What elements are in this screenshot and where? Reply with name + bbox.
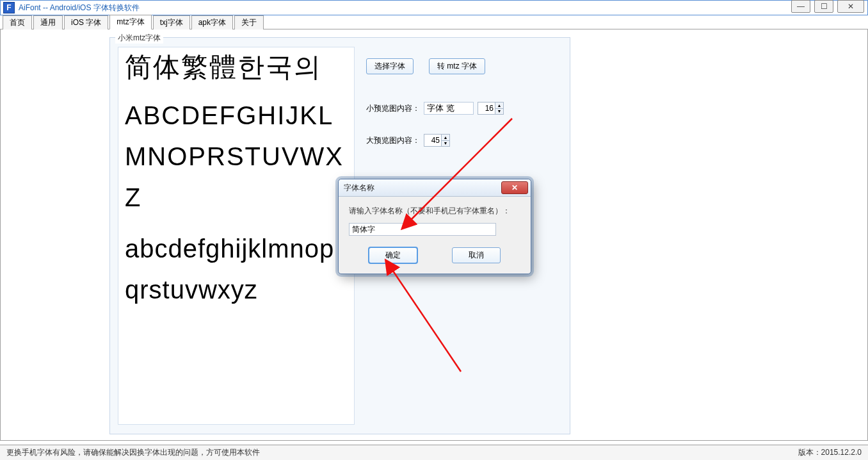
tab-home[interactable]: 首页 [3, 15, 32, 29]
font-name-dialog: 字体名称 ✕ 请输入字体名称（不要和手机已有字体重名）： 确定 取消 [338, 179, 531, 274]
preview-upper-line: ABCDEFGHIJKLMNOPRSTUVWXZ [125, 95, 348, 218]
title-bar: F AiFont -- Android/iOS 字体转换软件 [0, 0, 868, 15]
dialog-body: 请输入字体名称（不要和手机已有字体重名）： [339, 197, 531, 238]
app-icon: F [3, 2, 15, 13]
font-preview-panel: 简体繁體한국의 ABCDEFGHIJKLMNOPRSTUVWXZ abcdefg… [118, 47, 355, 425]
dialog-title-text: 字体名称 [344, 183, 374, 193]
maximize-button[interactable]: ☐ [814, 0, 833, 13]
convert-mtz-button[interactable]: 转 mtz 字体 [429, 58, 485, 74]
minimize-button[interactable]: — [791, 0, 810, 13]
small-preview-size-value[interactable] [478, 103, 495, 114]
chevron-up-icon[interactable]: ▲ [442, 135, 449, 141]
dialog-buttons: 确定 取消 [339, 238, 531, 274]
small-preview-input[interactable] [424, 102, 474, 115]
chevron-down-icon[interactable]: ▼ [495, 109, 503, 115]
cancel-button[interactable]: 取消 [452, 247, 501, 263]
tab-mtz-font[interactable]: mtz字体 [109, 15, 151, 29]
status-bar: 更换手机字体有风险，请确保能解决因换字体出现的问题，方可使用本软件 版本：201… [0, 445, 868, 460]
window-controls: — ☐ ✕ [791, 0, 864, 13]
tab-ios-font[interactable]: iOS 字体 [64, 15, 108, 29]
spinner-arrows[interactable]: ▲ ▼ [441, 135, 449, 146]
tab-txj-font[interactable]: txj字体 [153, 15, 190, 29]
select-font-button[interactable]: 选择字体 [366, 58, 414, 74]
dialog-title-bar[interactable]: 字体名称 ✕ [339, 179, 531, 197]
spinner-arrows[interactable]: ▲ ▼ [495, 103, 503, 114]
chevron-up-icon[interactable]: ▲ [495, 103, 503, 109]
tab-general[interactable]: 通用 [33, 15, 63, 29]
dialog-close-button[interactable]: ✕ [501, 181, 528, 194]
big-preview-size-spinner[interactable]: ▲ ▼ [424, 134, 450, 147]
small-preview-label: 小预览图内容： [366, 103, 420, 114]
tab-about[interactable]: 关于 [234, 15, 264, 29]
ok-button[interactable]: 确定 [369, 247, 417, 263]
window-title: AiFont -- Android/iOS 字体转换软件 [19, 3, 140, 13]
small-preview-size-spinner[interactable]: ▲ ▼ [478, 102, 504, 115]
big-preview-label: 大预览图内容： [366, 135, 420, 146]
big-preview-size-value[interactable] [424, 135, 441, 146]
status-version: 版本：2015.12.2.0 [798, 447, 862, 458]
close-button[interactable]: ✕ [837, 0, 864, 13]
preview-cjk-line: 简体繁體한국의 [125, 53, 348, 82]
groupbox-title: 小米mtz字体 [115, 33, 163, 44]
status-left: 更换手机字体有风险，请确保能解决因换字体出现的问题，方可使用本软件 [6, 447, 260, 458]
preview-lower-line: abcdefghijklmnopqrstuvwxyz [125, 228, 348, 310]
chevron-down-icon[interactable]: ▼ [442, 141, 449, 147]
tab-apk-font[interactable]: apk字体 [191, 15, 233, 29]
dialog-prompt: 请输入字体名称（不要和手机已有字体重名）： [349, 206, 520, 217]
font-name-input[interactable] [349, 223, 496, 236]
tab-strip: 首页 通用 iOS 字体 mtz字体 txj字体 apk字体 关于 [0, 15, 868, 29]
